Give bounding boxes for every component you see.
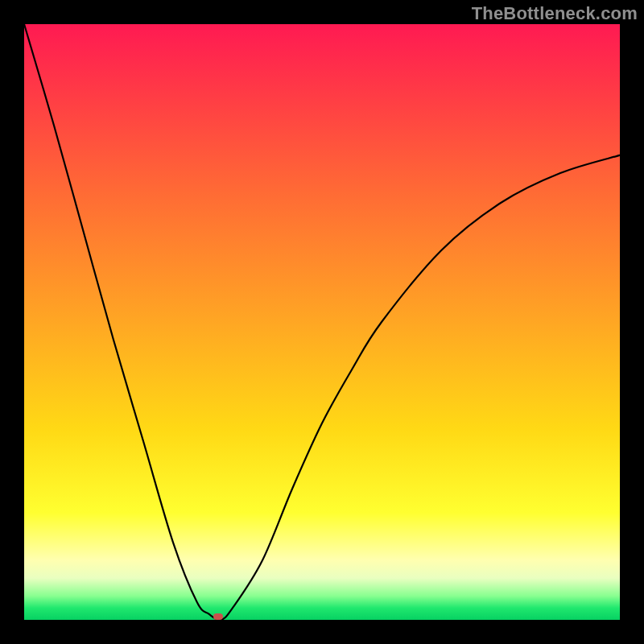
plot-area [24,24,620,620]
bottleneck-curve [24,24,620,620]
optimal-marker [213,613,223,620]
chart-frame: TheBottleneck.com [0,0,644,644]
watermark-text: TheBottleneck.com [472,3,638,24]
